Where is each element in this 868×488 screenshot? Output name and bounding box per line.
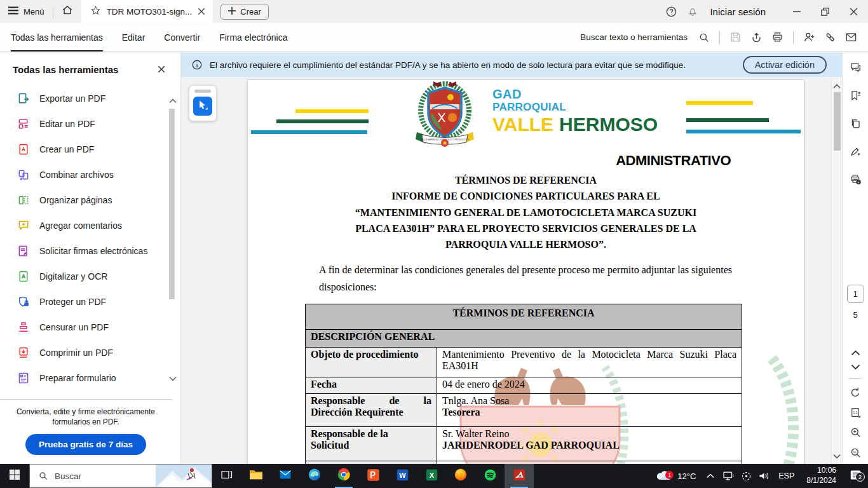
zoom-out-icon[interactable] <box>850 447 862 459</box>
sidebar-item-editar-un-pdf[interactable]: Editar un PDF <box>0 111 180 137</box>
taskbar-app-word-icon[interactable]: W <box>388 464 417 488</box>
create-button[interactable]: Crear <box>220 4 269 20</box>
search-tools-button[interactable]: Buscar texto o herramientas <box>580 32 688 42</box>
scroll-up-icon[interactable] <box>833 80 841 92</box>
sidebar-item-exportar-un-pdf[interactable]: Exportar un PDF <box>0 86 180 111</box>
network-icon[interactable] <box>719 471 737 481</box>
taskbar-app-pdf-app-icon[interactable] <box>358 464 388 488</box>
spotify-icon <box>484 468 497 484</box>
taskbar-search-input[interactable]: Buscar <box>29 464 212 488</box>
sidebar-item-organizar-paginas[interactable]: Organizar páginas <box>0 187 180 213</box>
trial-button[interactable]: Prueba gratis de 7 días <box>25 434 146 455</box>
page-number-input[interactable]: 1 <box>847 285 864 303</box>
scroll-down-icon[interactable] <box>833 450 841 461</box>
sidebar-item-agregar-comentarios[interactable]: Agregar comentarios <box>0 213 180 238</box>
sidebar-scrollbar-thumb[interactable] <box>169 109 175 299</box>
sidebar-item-combinar-archivos[interactable]: Combinar archivos <box>0 162 180 187</box>
clock-widget[interactable]: 10:06 8/1/2024 <box>800 466 843 485</box>
logo-line <box>276 119 369 123</box>
scroll-up-icon[interactable] <box>169 95 177 106</box>
table-label-cell: Objeto de procedimiento <box>306 348 437 377</box>
taskbar-app-chrome-icon[interactable] <box>329 464 358 488</box>
taskbar-app-spotify-icon[interactable] <box>475 464 505 488</box>
chevron-down-icon[interactable] <box>851 364 860 370</box>
signin-button[interactable]: Iniciar sesión <box>710 6 766 17</box>
save-icon[interactable] <box>725 28 746 47</box>
pdf-app-icon <box>367 468 380 484</box>
table-row: Partida Presupuestaria73.04.05 Mantenimi… <box>306 461 742 464</box>
clock-time: 10:06 <box>806 466 836 476</box>
mail-icon[interactable] <box>841 28 862 47</box>
tools-sidebar: Todas las herramientas Exportar un PDFEd… <box>0 53 181 464</box>
sidebar-item-proteger-un-pdf[interactable]: Proteger un PDF <box>0 289 180 315</box>
speaker-icon[interactable] <box>755 471 773 481</box>
export-pdf-icon <box>17 92 30 105</box>
windows-logo-icon <box>10 470 20 482</box>
tray-chevron-up-icon[interactable] <box>702 473 719 478</box>
share-upload-icon[interactable] <box>746 28 767 47</box>
print-info-icon[interactable] <box>850 173 862 186</box>
taskbar-app-acrobat-icon[interactable] <box>505 464 534 488</box>
doc-title-line: PLACA EA301H” PARA EL PROYECTO SERVICIOS… <box>248 220 804 236</box>
taskbar-app-firefox-icon[interactable] <box>446 464 475 488</box>
document-area: El archivo requiere el cumplimiento del … <box>181 53 842 464</box>
select-tool-button[interactable] <box>193 97 212 116</box>
comment-icon[interactable] <box>850 62 862 74</box>
acrobat-window: Menú TDR MOTO301-sign... Crear Iniciar s… <box>0 0 868 488</box>
tab-close-icon[interactable] <box>198 8 205 15</box>
toolbar-tab-todas-las-herramientas[interactable]: Todas las herramientas <box>11 23 103 51</box>
home-button[interactable] <box>53 0 81 23</box>
scroll-down-icon[interactable] <box>169 372 177 384</box>
sidebar-item-comprimir-un-pdf[interactable]: Comprimir un PDF <box>0 340 180 365</box>
star-icon[interactable] <box>90 5 101 18</box>
sidebar-item-crear-un-pdf[interactable]: ACrear un PDF <box>0 137 180 162</box>
table-value-cell: 73.04.05 Mantenimiento Vehículos <box>437 461 742 464</box>
help-icon[interactable] <box>660 0 682 23</box>
taskbar-app-edge-icon[interactable] <box>300 464 329 488</box>
pen-sign-icon[interactable] <box>850 146 862 158</box>
sidebar-item-solicitar-firmas-electronicas[interactable]: Solicitar firmas electrónicas <box>0 238 180 264</box>
notification-center-button[interactable]: 2 <box>843 470 868 483</box>
taskbar-app-mail-app-icon[interactable] <box>271 464 300 488</box>
acrobat-icon <box>513 468 526 484</box>
link-icon[interactable] <box>820 28 841 47</box>
toolbar-tab-firma-electronica[interactable]: Firma electrónica <box>219 23 287 51</box>
pdf-viewport[interactable]: VALLE HERMOSO TURÍSTICO Y PRODUCTIVO GAD… <box>181 77 842 464</box>
minimize-button[interactable] <box>782 0 811 23</box>
enable-editing-button[interactable]: Activar edición <box>743 56 827 74</box>
temperature-label: 12°C <box>677 471 696 481</box>
restore-button[interactable] <box>811 0 839 23</box>
table-section-row: DESCRIPCIÓN GENERAL <box>306 330 742 348</box>
add-person-icon[interactable] <box>799 28 820 47</box>
taskbar-app-task-view-icon[interactable] <box>212 464 241 488</box>
drag-handle[interactable] <box>194 90 211 93</box>
sidebar-item-preparar-formulario[interactable]: Preparar formulario <box>0 365 180 391</box>
sidebar-item-censurar-un-pdf[interactable]: Censurar un PDF <box>0 315 180 340</box>
taskbar-app-file-explorer-icon[interactable] <box>241 464 271 488</box>
doc-title-line: TÉRMINOS DE REFERENCIA <box>248 172 804 188</box>
document-scrollbar[interactable] <box>831 77 842 464</box>
document-tab[interactable]: TDR MOTO301-sign... <box>81 0 214 23</box>
zoom-in-icon[interactable] <box>850 426 862 438</box>
sidebar-item-digitalizar-y-ocr[interactable]: Digitalizar y OCR <box>0 264 180 289</box>
print-icon[interactable] <box>767 28 788 47</box>
toolbar-tab-editar[interactable]: Editar <box>122 23 146 51</box>
close-button[interactable] <box>839 0 868 23</box>
menu-button[interactable]: Menú <box>0 0 53 23</box>
search-icon[interactable] <box>693 28 714 47</box>
chevron-up-icon[interactable] <box>851 350 860 356</box>
bell-icon[interactable] <box>682 0 703 23</box>
document-logo: VALLE HERMOSO TURÍSTICO Y PRODUCTIVO GAD… <box>248 80 804 151</box>
rotate-icon[interactable] <box>850 387 861 398</box>
language-indicator[interactable]: ESP <box>773 471 800 480</box>
copy-pages-icon[interactable] <box>850 118 862 130</box>
weather-widget[interactable]: 1 12°C <box>650 469 702 483</box>
toolbar-tab-convertir[interactable]: Convertir <box>164 23 200 51</box>
sidebar-close-icon[interactable] <box>155 63 168 76</box>
taskbar-app-excel-icon[interactable]: X <box>417 464 446 488</box>
fit-page-icon[interactable]: 1:1 <box>850 407 861 418</box>
meet-now-icon[interactable] <box>737 471 755 482</box>
start-button[interactable] <box>0 464 29 488</box>
bookmark-icon[interactable] <box>850 90 862 102</box>
scrollbar-thumb[interactable] <box>834 92 841 151</box>
